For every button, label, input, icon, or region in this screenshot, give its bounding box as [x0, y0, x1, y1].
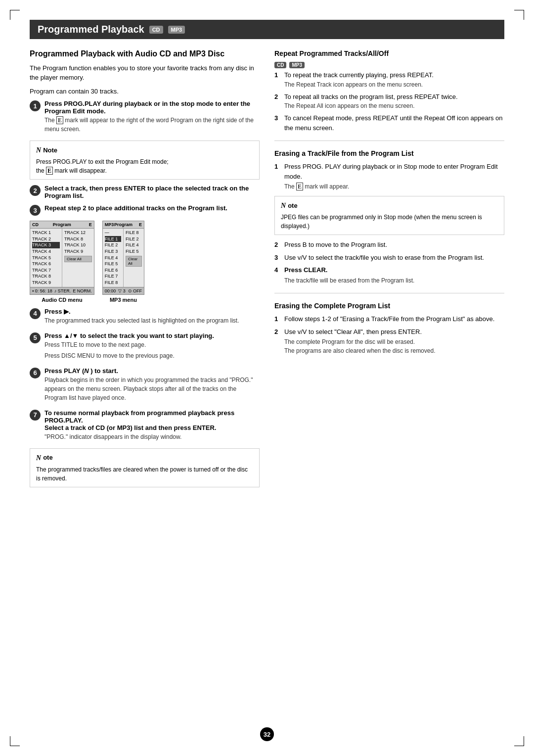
cd-menu-col1: TRACK 1 TRACK 2 TRACK 3 TRACK 4 TRACK 5 …	[30, 229, 62, 286]
main-content: Programmed Playback with Audio CD and MP…	[30, 49, 504, 492]
step-7-number: 7	[30, 410, 41, 421]
step-4-content: Press ▶. The programmed track you select…	[44, 308, 260, 327]
erase-track-step-3: 3 Use v/V to select the track/file you w…	[274, 253, 504, 263]
step-7-content: To resume normal playback from programme…	[44, 409, 260, 443]
step-1-sub: The E mark will appear to the right of t…	[44, 116, 260, 134]
erase-complete-step-2: 2 Use v/V to select "Clear All", then pr…	[274, 327, 504, 356]
intro-para-1: The Program function enables you to stor…	[30, 63, 260, 83]
mp3-file2: FILE 2	[105, 242, 121, 248]
mp3-clear-all[interactable]: Clear All	[126, 256, 142, 267]
cd-track-2: TRACK 2	[32, 236, 60, 242]
erase-track-step-1-num: 1	[274, 162, 281, 191]
step-6: 6 Press PLAY (N ) to start. Playback beg…	[30, 367, 260, 404]
erase-complete-step-2-sub1: The complete Program for the disc will b…	[284, 337, 504, 346]
page-number: 32	[260, 727, 274, 741]
step-4-sub: The programmed track you selected last i…	[44, 316, 260, 325]
repeat-step-1: 1 To repeat the track currently playing,…	[274, 70, 504, 89]
step-2-number: 2	[30, 185, 41, 196]
repeat-step-2-num: 2	[274, 92, 281, 111]
erase-complete-step-2-num: 2	[274, 327, 281, 356]
step-6-content: Press PLAY (N ) to start. Playback begin…	[44, 367, 260, 404]
mp3-footer-time: 00:00	[105, 288, 116, 293]
erase-note-text: JPEG files can be programmed only in Sto…	[281, 213, 498, 231]
step-1-bold: Press PROG.PLAY during playback or in th…	[44, 100, 250, 115]
mp3-prog-file4: FILE 4	[126, 242, 142, 248]
left-section-heading: Programmed Playback with Audio CD and MP…	[30, 49, 260, 59]
repeat-step-2: 2 To repeat all tracks on the program li…	[274, 92, 504, 111]
mp3-menu-header-left: MP3	[105, 222, 114, 227]
mp3-prog-file2: FILE 2	[126, 236, 142, 242]
step-7: 7 To resume normal playback from program…	[30, 409, 260, 443]
cd-menu-header-program: Program	[52, 222, 72, 227]
cd-menu-body: TRACK 1 TRACK 2 TRACK 3 TRACK 4 TRACK 5 …	[30, 229, 94, 286]
repeat-step-3-num: 3	[274, 113, 281, 133]
note-2: N ote The programmed tracks/files are cl…	[30, 448, 260, 487]
note-icon-2: N	[36, 453, 41, 463]
cd-prog-9: TRACK 9	[64, 248, 92, 255]
cd-menu-col2: TRACK 12 TRACK 8 TRACK 10 TRACK 9 Clear …	[62, 229, 94, 286]
cd-prog-8: TRACK 8	[64, 236, 92, 242]
repeat-step-3-content: To cancel Repeat mode, press REPEAT unti…	[284, 113, 504, 133]
corner-mark-br	[514, 736, 524, 746]
erase-track-step-2: 2 Press B to move to the Program list.	[274, 240, 504, 250]
erase-track-step-3-num: 3	[274, 253, 281, 263]
step-6-sub: Playback begins in the order in which yo…	[44, 376, 260, 402]
note-1-line-1: Press PROG.PLAY to exit the Program Edit…	[36, 157, 253, 166]
repeat-step-2-content: To repeat all tracks on the program list…	[284, 92, 504, 111]
mp3-file1-highlighted: FILE 1	[105, 236, 121, 242]
cd-menu-header-badge: E	[72, 222, 92, 227]
step-4-bold: Press ▶.	[44, 308, 71, 315]
step-3: 3 Repeat step 2 to place additional trac…	[30, 204, 260, 216]
repeat-badges: CD MP3	[274, 62, 504, 68]
erase-track-step-2-num: 2	[274, 240, 281, 250]
mp3-footer-off: ⊙ OFF	[128, 288, 142, 293]
note-1-title: N Note	[36, 145, 253, 155]
menu-screens: CD Program E TRACK 1 TRACK 2 TRACK 3 TRA…	[30, 221, 260, 302]
cd-menu-header-left: CD	[32, 222, 52, 227]
cd-track-8: TRACK 8	[32, 273, 60, 280]
step-7-bold1: To resume normal playback from programme…	[44, 409, 234, 424]
erase-note-icon: N	[281, 200, 286, 211]
cd-footer-ster: ♪ STER.	[54, 288, 71, 293]
mp3-menu-wrapper: MP3 Program E — FILE 1 FILE 2 FILE 3 FIL…	[102, 221, 144, 302]
mp3-file7: FILE 7	[105, 273, 121, 280]
repeat-cd-badge: CD	[274, 62, 286, 68]
step-1-number: 1	[30, 100, 41, 111]
step-5-sub1: Press TITLE to move to the next page.	[44, 340, 260, 349]
mp3-file3: FILE 3	[105, 248, 121, 255]
step-6-bold: Press PLAY (N ) to start.	[44, 367, 118, 375]
step-5-content: Press ▲/▼ to select the track you want t…	[44, 332, 260, 362]
mp3-menu-header-program: Program	[114, 222, 133, 227]
erase-track-step-1-sub: The E mark will appear.	[284, 182, 504, 191]
corner-mark-bl	[10, 736, 20, 746]
step-1-content: Press PROG.PLAY during playback or in th…	[44, 100, 260, 136]
step-2-content: Select a track, then press ENTER to plac…	[44, 185, 260, 199]
left-column: Programmed Playback with Audio CD and MP…	[30, 49, 260, 492]
mp3-badge: MP3	[168, 26, 185, 34]
step-4-number: 4	[30, 308, 41, 319]
repeat-mp3-badge: MP3	[289, 62, 305, 68]
repeat-step-2-sub: The Repeat All icon appears on the menu …	[284, 101, 504, 110]
cd-menu-label: Audio CD menu	[30, 297, 94, 303]
repeat-step-1-sub: The Repeat Track icon appears on the men…	[284, 80, 504, 89]
erase-track-heading: Erasing a Track/File from the Program Li…	[274, 149, 504, 158]
corner-mark-tr	[514, 10, 524, 20]
cd-footer-norm: E NORM.	[73, 288, 92, 293]
erase-track-steps2-list: 2 Press B to move to the Program list. 3…	[274, 240, 504, 285]
mp3-menu-label: MP3 menu	[102, 297, 144, 303]
page-container: Programmed Playback CD MP3 Programmed Pl…	[0, 0, 534, 756]
note-1-line-2: the E mark will disappear.	[36, 166, 253, 175]
cd-clear-all[interactable]: Clear All	[64, 256, 92, 262]
mp3-file5: FILE 5	[105, 261, 121, 267]
mp3-menu-header-badge: E	[133, 222, 142, 227]
erase-track-step-4-sub: The track/file will be erased from the P…	[284, 276, 504, 285]
cd-menu-wrapper: CD Program E TRACK 1 TRACK 2 TRACK 3 TRA…	[30, 221, 94, 302]
title-bar: Programmed Playback CD MP3	[30, 20, 504, 39]
repeat-step-1-content: To repeat the track currently playing, p…	[284, 70, 504, 89]
note-2-title: N ote	[36, 453, 253, 463]
erase-note: N ote JPEG files can be programmed only …	[274, 196, 504, 235]
erase-complete-steps-list: 1 Follow steps 1-2 of "Erasing a Track/F…	[274, 314, 504, 355]
mp3-menu-col2: FILE 8 FILE 2 FILE 4 FILE 5 Clear All	[124, 229, 144, 286]
cd-menu-screen: CD Program E TRACK 1 TRACK 2 TRACK 3 TRA…	[30, 221, 94, 294]
mp3-row-dash: —	[105, 230, 121, 236]
